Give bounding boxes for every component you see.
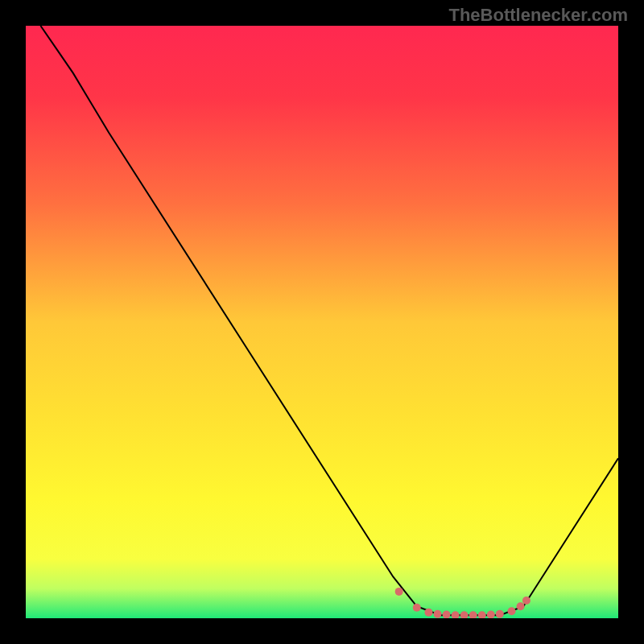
gradient-background: [26, 26, 618, 618]
marker-dot: [508, 607, 516, 615]
marker-dot: [434, 610, 442, 618]
watermark-text: TheBottlenecker.com: [448, 5, 628, 26]
marker-dot: [413, 604, 421, 612]
marker-dot: [496, 610, 504, 618]
marker-dot: [522, 597, 530, 605]
chart-plot-area: [26, 26, 618, 618]
marker-dot: [517, 602, 525, 610]
marker-dot: [395, 588, 403, 596]
chart-svg: [26, 26, 618, 618]
marker-dot: [424, 609, 432, 617]
